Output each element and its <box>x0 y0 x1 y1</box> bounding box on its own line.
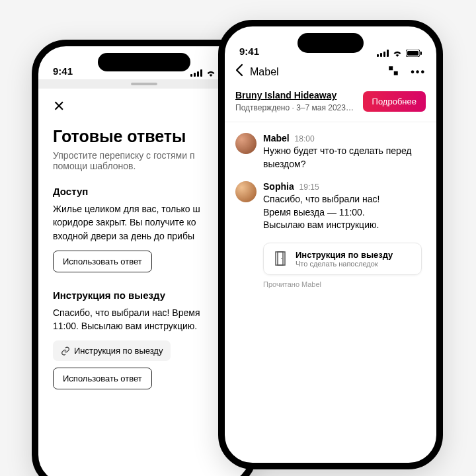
svg-rect-3 <box>200 69 202 77</box>
svg-rect-12 <box>407 51 418 56</box>
message-text: Спасибо, что выбрали нас! Время выезда —… <box>263 193 379 232</box>
wifi-icon <box>392 50 403 57</box>
svg-rect-8 <box>380 53 382 57</box>
svg-point-16 <box>281 258 282 260</box>
details-button[interactable]: Подробнее <box>363 91 426 112</box>
read-receipt: Прочитано Mabel <box>263 280 426 288</box>
status-time: 9:41 <box>53 65 73 77</box>
section-body: Спасибо, что выбрали нас! Время 11:00. В… <box>53 306 235 333</box>
use-reply-button[interactable]: Использовать ответ <box>53 251 152 272</box>
svg-rect-2 <box>197 71 199 77</box>
message-text: Нужно будет что-то сделать перед выездом… <box>263 145 426 171</box>
status-time: 9:41 <box>239 46 259 57</box>
message-sender: Mabel <box>263 133 290 143</box>
reply-section-access: Доступ Жилье целиком для вас, только ш к… <box>53 186 235 272</box>
avatar[interactable] <box>235 133 257 154</box>
back-icon[interactable] <box>235 63 243 81</box>
close-icon[interactable]: ✕ <box>53 98 65 115</box>
attachment-subtitle: Что сделать напоследок <box>296 260 393 268</box>
svg-rect-14 <box>276 252 285 265</box>
attachment-chip[interactable]: Инструкция по выезду <box>53 340 171 361</box>
cellular-icon <box>190 69 202 77</box>
svg-rect-9 <box>383 52 385 57</box>
sheet-title: Готовые ответы <box>53 127 235 146</box>
dynamic-island <box>298 33 364 53</box>
translate-icon[interactable] <box>387 65 400 79</box>
chip-label: Инструкция по выезду <box>74 346 163 356</box>
message-time: 19:15 <box>299 182 319 192</box>
battery-icon <box>406 50 422 57</box>
attachment-title: Инструкция по выезду <box>296 250 393 260</box>
message-guest: Mabel 18:00 Нужно будет что-то сделать п… <box>235 133 426 171</box>
use-reply-button[interactable]: Использовать ответ <box>53 368 152 389</box>
chat-title: Mabel <box>250 66 380 78</box>
message-sender: Sophia <box>263 181 294 192</box>
section-title: Инструкция по выезду <box>53 290 235 301</box>
listing-banner[interactable]: Bruny Island Hideaway Подтверждено · 3–7… <box>225 90 436 122</box>
attachment-card[interactable]: Инструкция по выезду Что сделать напосле… <box>263 243 422 275</box>
message-thread: Mabel 18:00 Нужно будет что-то сделать п… <box>225 122 436 299</box>
section-body: Жилье целиком для вас, только ш коридоре… <box>53 202 235 243</box>
svg-rect-10 <box>387 50 389 57</box>
cellular-icon <box>377 50 389 57</box>
svg-rect-0 <box>190 74 192 77</box>
phone-chat: 9:41 Mabel ••• Bruny Island Hideaway Под… <box>218 20 443 469</box>
chat-navbar: Mabel ••• <box>225 60 436 90</box>
more-icon[interactable]: ••• <box>411 66 426 78</box>
svg-rect-7 <box>377 54 379 57</box>
message-host: Sophia 19:15 Спасибо, что выбрали нас! В… <box>235 181 426 232</box>
reply-section-checkout: Инструкция по выезду Спасибо, что выбрал… <box>53 290 235 390</box>
avatar[interactable] <box>235 181 257 202</box>
listing-subtitle: Подтверждено · 3–7 мая 2023… <box>235 103 356 112</box>
wifi-icon <box>206 69 216 77</box>
status-icons <box>377 50 422 57</box>
sheet-subtitle: Упростите переписку с гостями п помощи ш… <box>53 150 235 171</box>
link-icon <box>61 346 70 356</box>
message-time: 18:00 <box>295 134 315 143</box>
listing-title: Bruny Island Hideaway <box>235 90 356 100</box>
svg-rect-13 <box>420 52 422 55</box>
svg-rect-1 <box>194 73 196 77</box>
door-icon <box>272 250 289 267</box>
section-title: Доступ <box>53 186 235 197</box>
notch <box>98 53 190 71</box>
